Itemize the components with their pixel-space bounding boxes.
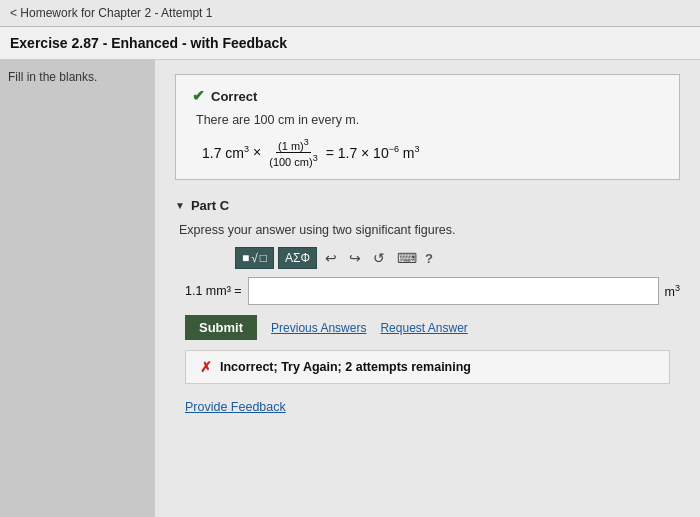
math-box-icon: □ [260, 251, 267, 265]
part-c-section: ▼ Part C Express your answer using two s… [175, 198, 680, 414]
math-sqrt-icon: √ [251, 251, 258, 265]
eq-equals: = 1.7 × 10−6 m3 [326, 144, 420, 161]
top-bar-label: < Homework for Chapter 2 - Attempt 1 [10, 6, 212, 20]
sidebar: Fill in the blanks. [0, 60, 155, 517]
fraction-numerator: (1 m)3 [276, 137, 311, 153]
correct-header: ✔ Correct [192, 87, 663, 105]
symbols-btn[interactable]: ΑΣΦ [278, 247, 317, 269]
unit-label: m3 [665, 283, 680, 299]
reset-icon: ↺ [373, 250, 385, 266]
request-answer-btn[interactable]: Request Answer [380, 321, 467, 335]
redo-icon: ↪ [349, 250, 361, 266]
incorrect-banner: ✗ Incorrect; Try Again; 2 attempts remai… [185, 350, 670, 384]
keyboard-icon: ⌨ [397, 250, 417, 266]
expand-icon[interactable]: ▼ [175, 200, 185, 211]
previous-answers-btn[interactable]: Previous Answers [271, 321, 366, 335]
instructions-label: Express your answer using two significan… [179, 223, 680, 237]
undo-btn[interactable]: ↩ [321, 248, 341, 268]
math-input-icon: ■ [242, 251, 249, 265]
reset-btn[interactable]: ↺ [369, 248, 389, 268]
answer-label: 1.1 mm³ = [185, 284, 242, 298]
content-area: ✔ Correct There are 100 cm in every m. 1… [155, 60, 700, 517]
answer-row: 1.1 mm³ = m3 [185, 277, 680, 305]
part-c-label: Part C [191, 198, 229, 213]
eq-fraction: (1 m)3 (100 cm)3 [267, 137, 319, 167]
eq-part1: 1.7 cm3 [202, 144, 249, 161]
math-toolbar: ■ √ □ ΑΣΦ ↩ ↪ ↺ ⌨ ? [235, 247, 680, 269]
eq-times: × [253, 144, 261, 160]
fill-in-blanks-label: Fill in the blanks. [8, 70, 97, 84]
symbols-label: ΑΣΦ [285, 251, 310, 265]
correct-body-text: There are 100 cm in every m. [196, 113, 663, 127]
math-input-btn[interactable]: ■ √ □ [235, 247, 274, 269]
equation-display: 1.7 cm3 × (1 m)3 (100 cm)3 = 1.7 × 10−6 … [202, 137, 663, 167]
submit-row: Submit Previous Answers Request Answer [185, 315, 680, 340]
title-bar: Exercise 2.87 - Enhanced - with Feedback [0, 27, 700, 60]
undo-icon: ↩ [325, 250, 337, 266]
keyboard-btn[interactable]: ⌨ [393, 248, 421, 268]
part-c-header: ▼ Part C [175, 198, 680, 213]
title-text: Exercise 2.87 - Enhanced - with Feedback [10, 35, 287, 51]
help-btn[interactable]: ? [425, 251, 433, 266]
top-bar: < Homework for Chapter 2 - Attempt 1 [0, 0, 700, 27]
provide-feedback-link[interactable]: Provide Feedback [185, 400, 680, 414]
redo-btn[interactable]: ↪ [345, 248, 365, 268]
correct-section: ✔ Correct There are 100 cm in every m. 1… [175, 74, 680, 180]
correct-label: Correct [211, 89, 257, 104]
x-icon: ✗ [200, 359, 212, 375]
answer-input[interactable] [248, 277, 659, 305]
check-icon: ✔ [192, 87, 205, 105]
main-layout: Fill in the blanks. ✔ Correct There are … [0, 60, 700, 517]
fraction-denominator: (100 cm)3 [267, 153, 319, 168]
incorrect-message: Incorrect; Try Again; 2 attempts remaini… [220, 360, 471, 374]
submit-button[interactable]: Submit [185, 315, 257, 340]
